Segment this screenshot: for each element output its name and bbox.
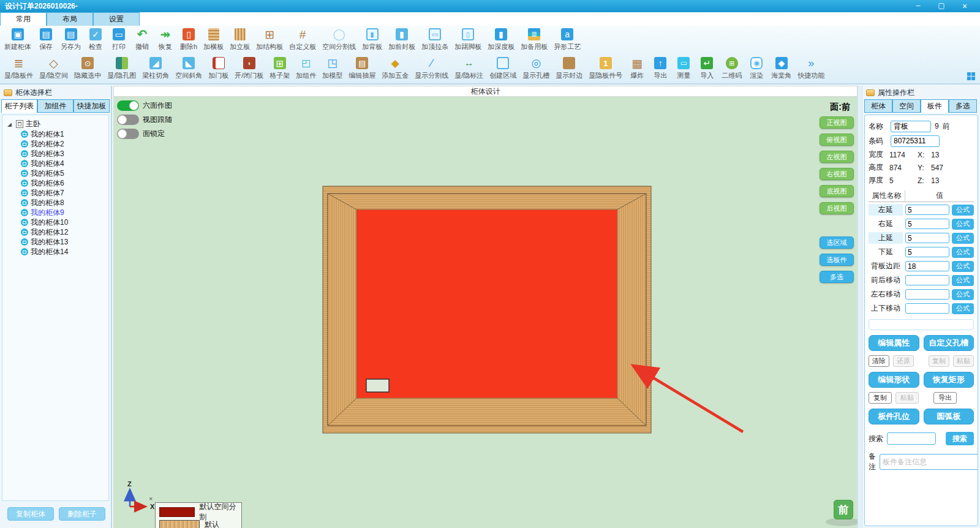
toolbar-item[interactable]: ↶撤销 bbox=[130, 26, 154, 51]
toolbar-item[interactable]: ▮加前封板 bbox=[385, 26, 418, 51]
toolbar-item[interactable]: ▮加背板 bbox=[359, 26, 385, 51]
toolbar-item[interactable]: ▯加踢脚板 bbox=[451, 26, 484, 51]
tree-item[interactable]: 我的柜体12 bbox=[2, 227, 108, 237]
toolbar-item[interactable]: ◯空间分割线 bbox=[319, 26, 359, 51]
tree-item[interactable]: 我的柜体8 bbox=[2, 198, 108, 208]
toolbar-item[interactable]: ▭打印 bbox=[107, 26, 130, 51]
toolbar-item[interactable]: ↑导出 bbox=[649, 55, 672, 80]
view-button[interactable]: 底视图 bbox=[820, 185, 854, 197]
formula-button[interactable]: 公式 bbox=[952, 289, 974, 300]
formula-button[interactable]: 公式 bbox=[952, 205, 974, 216]
design-canvas[interactable]: Z X 六面作图视图跟随面锁定 面:前 正视图俯视图左视图右视图底视图后视图选区… bbox=[113, 97, 858, 528]
formula-button[interactable]: 公式 bbox=[952, 275, 974, 286]
property-value-input[interactable] bbox=[905, 303, 949, 314]
left-panel-tab[interactable]: 加组件 bbox=[37, 99, 74, 113]
tree-item[interactable]: 我的柜体13 bbox=[2, 237, 108, 247]
property-tab[interactable]: 柜体 bbox=[864, 99, 892, 113]
toolbar-item[interactable]: ∕显示分割线 bbox=[412, 55, 451, 80]
toolbar-item[interactable]: ▮加深度板 bbox=[484, 26, 518, 51]
toolbar-item[interactable]: 加横板 bbox=[200, 26, 227, 51]
toolbar-item[interactable]: ↠恢复 bbox=[154, 26, 177, 51]
arc-panel-button[interactable]: 圆弧板 bbox=[924, 409, 974, 424]
tree-item[interactable]: 我的柜体1 bbox=[2, 129, 108, 139]
toolbar-item[interactable]: 显示封边 bbox=[552, 55, 586, 80]
name-input[interactable] bbox=[891, 121, 931, 132]
toolbar-item[interactable]: #自定义板 bbox=[286, 26, 319, 51]
toolbar-item[interactable]: ▯删除h bbox=[177, 26, 200, 51]
toolbar-item[interactable]: ◆海棠角 bbox=[768, 55, 794, 80]
property-tab[interactable]: 空间 bbox=[892, 99, 921, 113]
toolbar-item[interactable]: 显/隐孔图 bbox=[104, 55, 139, 80]
close-button[interactable] bbox=[960, 1, 969, 11]
property-value-input[interactable] bbox=[905, 219, 949, 229]
toolbar-item[interactable]: ◎显示孔槽 bbox=[519, 55, 552, 80]
toolbar-item[interactable]: »快捷功能 bbox=[794, 55, 827, 80]
barcode-input[interactable] bbox=[891, 135, 940, 147]
property-tab[interactable]: 多选 bbox=[949, 99, 977, 113]
toolbar-item[interactable]: ▭测量 bbox=[672, 55, 695, 80]
search-input[interactable] bbox=[887, 432, 936, 445]
toolbar-item[interactable]: 创建区域 bbox=[486, 55, 519, 80]
note-input[interactable] bbox=[880, 454, 978, 470]
toolbar-item[interactable]: ≣加备用板 bbox=[518, 26, 551, 51]
panel-divider[interactable] bbox=[858, 86, 862, 528]
layout-grid-icon[interactable] bbox=[967, 72, 975, 80]
tree-item[interactable]: 我的柜体2 bbox=[2, 139, 108, 149]
view-button[interactable]: 俯视图 bbox=[820, 134, 854, 146]
formula-button[interactable]: 公式 bbox=[952, 247, 974, 258]
toolbar-item[interactable]: 1显隐板件号 bbox=[586, 55, 625, 80]
copy-cabinet-button[interactable]: 复制柜体 bbox=[7, 507, 54, 521]
toolbar-item[interactable]: ⊞二维码 bbox=[718, 55, 745, 80]
select-mode-button[interactable]: 选板件 bbox=[820, 254, 854, 266]
toolbar-item[interactable]: ▣新建柜体 bbox=[1, 26, 34, 51]
maximize-button[interactable] bbox=[937, 1, 946, 11]
search-button[interactable]: 搜索 bbox=[946, 432, 974, 445]
property-tab[interactable]: 板件 bbox=[921, 99, 949, 113]
tree-root-row[interactable]: 主卧 bbox=[2, 119, 108, 129]
toolbar-item[interactable]: ◳加模型 bbox=[319, 55, 345, 80]
toolbar-item[interactable]: ↵导入 bbox=[695, 55, 718, 80]
toolbar-item[interactable]: 加立板 bbox=[227, 26, 253, 51]
cabinet-front-view[interactable] bbox=[323, 186, 651, 433]
view-button[interactable]: 右视图 bbox=[820, 168, 854, 180]
toolbar-item[interactable]: ▭加顶拉条 bbox=[418, 26, 451, 51]
property-value-input[interactable] bbox=[905, 275, 949, 285]
select-mode-button[interactable]: 多选 bbox=[820, 271, 854, 283]
tree-item[interactable]: 我的柜体10 bbox=[2, 217, 108, 227]
small-action-button[interactable]: 导出 bbox=[933, 392, 957, 404]
ribbon-tab[interactable]: 设置 bbox=[93, 12, 140, 26]
tree-item[interactable]: 我的柜体9 bbox=[2, 208, 108, 217]
tree-item[interactable]: 我的柜体5 bbox=[2, 168, 108, 178]
left-panel-tab[interactable]: 柜子列表 bbox=[1, 99, 37, 113]
left-panel-tab[interactable]: 快捷加板 bbox=[74, 99, 110, 113]
toolbar-item[interactable]: ⊞加结构板 bbox=[253, 26, 286, 51]
view-button[interactable]: 左视图 bbox=[820, 151, 854, 163]
delete-cabinet-button[interactable]: 删除柜子 bbox=[59, 507, 105, 521]
toolbar-item[interactable]: ▤编辑抽屉 bbox=[345, 55, 379, 80]
toolbar-item[interactable]: ⊙隐藏选中 bbox=[71, 55, 104, 80]
toggle-switch[interactable] bbox=[117, 100, 139, 111]
back-panel-red[interactable] bbox=[356, 209, 617, 398]
tree-item[interactable]: 我的柜体6 bbox=[2, 178, 108, 188]
tree-item[interactable]: 我的柜体14 bbox=[2, 247, 108, 257]
custom-holes-button[interactable]: 自定义孔槽 bbox=[924, 335, 974, 351]
property-value-input[interactable] bbox=[905, 261, 949, 271]
toolbar-item[interactable]: ◖开/闭门板 bbox=[232, 55, 266, 80]
toolbar-item[interactable]: ◆添加五金 bbox=[379, 55, 412, 80]
property-value-input[interactable] bbox=[905, 205, 949, 215]
minimize-button[interactable] bbox=[914, 1, 922, 11]
edit-properties-button[interactable]: 编辑属性 bbox=[869, 335, 919, 351]
toolbar-item[interactable]: ◰加组件 bbox=[293, 55, 319, 80]
toolbar-item[interactable]: ⊞格子架 bbox=[266, 55, 293, 80]
formula-button[interactable]: 公式 bbox=[952, 303, 974, 314]
restore-rect-button[interactable]: 恢复矩形 bbox=[924, 372, 974, 388]
toolbar-item[interactable]: ◇显/隐空间 bbox=[36, 55, 71, 80]
toolbar-item[interactable]: ↔显/隐标注 bbox=[451, 55, 486, 80]
toolbar-item[interactable]: ◢梁柱切角 bbox=[139, 55, 172, 80]
ribbon-tab[interactable]: 布局 bbox=[47, 12, 93, 26]
view-button[interactable]: 正视图 bbox=[820, 116, 854, 129]
toolbar-item[interactable]: ▤保存 bbox=[34, 26, 58, 51]
formula-button[interactable]: 公式 bbox=[952, 219, 974, 230]
small-action-button[interactable]: 清除 bbox=[869, 355, 889, 367]
property-value-input[interactable] bbox=[905, 289, 949, 300]
